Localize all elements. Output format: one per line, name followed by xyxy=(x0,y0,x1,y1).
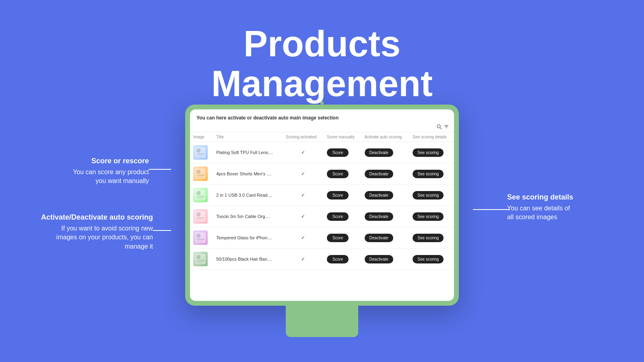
product-title: 50/100pcs Black Hair Ban.... xyxy=(213,249,283,270)
search-filter-icons[interactable] xyxy=(436,124,449,130)
table-row: 2 in 1 USB 3.0 Card Read....✓ScoreDeacti… xyxy=(190,185,454,206)
product-thumbnail xyxy=(193,252,208,266)
product-title: 2 in 1 USB 3.0 Card Read.... xyxy=(213,185,283,206)
col-image: Image xyxy=(190,132,213,142)
product-image-cell xyxy=(190,227,213,249)
score-manually-cell[interactable]: Score xyxy=(324,142,361,163)
product-image-cell xyxy=(190,163,213,185)
table-row: Tempered Glass for iPhon....✓ScoreDeacti… xyxy=(190,227,454,249)
monitor-stand xyxy=(286,305,358,337)
svg-rect-20 xyxy=(196,220,202,220)
deactivate-button[interactable]: Deactivate xyxy=(365,212,393,221)
deactivate-button[interactable]: Deactivate xyxy=(365,255,393,263)
see-scoring-cell[interactable]: See scoring xyxy=(409,163,454,185)
deactivate-button[interactable]: Deactivate xyxy=(365,191,393,200)
annotation-body-1: You can score any productyou want manual… xyxy=(24,168,149,186)
see-scoring-button[interactable]: See scoring xyxy=(413,170,444,178)
product-image-cell xyxy=(190,249,213,270)
connector-line-2 xyxy=(153,230,171,231)
annotation-title-3: See scoring details xyxy=(507,193,620,202)
annotation-activate-deactivate: Activate/Deactivate auto scoring If you … xyxy=(8,213,153,251)
score-button[interactable]: Score xyxy=(327,148,349,157)
see-scoring-button[interactable]: See scoring xyxy=(413,148,444,157)
svg-rect-7 xyxy=(196,153,204,155)
score-manually-cell[interactable]: Score xyxy=(324,185,361,206)
deactivate-button[interactable]: Deactivate xyxy=(365,234,393,242)
score-manually-cell[interactable]: Score xyxy=(324,206,361,227)
monitor-dot xyxy=(320,101,324,105)
see-scoring-cell[interactable]: See scoring xyxy=(409,142,454,163)
see-scoring-button[interactable]: See scoring xyxy=(413,212,444,221)
deactivate-cell[interactable]: Deactivate xyxy=(361,142,410,163)
col-title: Title xyxy=(213,132,283,142)
deactivate-cell[interactable]: Deactivate xyxy=(361,206,410,227)
deactivate-button[interactable]: Deactivate xyxy=(365,170,393,178)
score-manually-cell[interactable]: Score xyxy=(324,163,361,185)
annotation-score-rescore: Score or rescore You can score any produ… xyxy=(24,157,149,186)
search-row xyxy=(190,124,454,132)
score-button[interactable]: Score xyxy=(327,191,349,200)
product-title: 4pcs Boxer Shorts Men's .... xyxy=(213,163,283,185)
deactivate-cell[interactable]: Deactivate xyxy=(361,249,410,270)
check-icon: ✓ xyxy=(301,256,305,262)
scoring-activated-cell: ✓ xyxy=(283,206,324,227)
svg-rect-26 xyxy=(196,255,200,259)
see-scoring-cell[interactable]: See scoring xyxy=(409,227,454,249)
table-row: 50/100pcs Black Hair Ban....✓ScoreDeacti… xyxy=(190,249,454,270)
deactivate-cell[interactable]: Deactivate xyxy=(361,227,410,249)
col-activate-auto: Activate auto scoring xyxy=(361,132,410,142)
see-scoring-button[interactable]: See scoring xyxy=(413,234,444,242)
score-button[interactable]: Score xyxy=(327,255,349,263)
svg-rect-12 xyxy=(196,177,202,178)
score-button[interactable]: Score xyxy=(327,212,349,221)
annotation-see-scoring: See scoring details You can see details … xyxy=(507,193,620,222)
svg-rect-28 xyxy=(196,262,202,263)
see-scoring-cell[interactable]: See scoring xyxy=(409,185,454,206)
col-scoring-activated: Scoring activated xyxy=(283,132,324,142)
see-scoring-button[interactable]: See scoring xyxy=(413,191,444,200)
monitor-frame: You can here activate or deactivate auto… xyxy=(185,105,459,306)
score-button[interactable]: Score xyxy=(327,234,349,242)
annotation-body-2: If you want to avoid scoring newimages o… xyxy=(8,224,153,251)
svg-rect-16 xyxy=(196,198,202,199)
product-image-cell xyxy=(190,206,213,227)
svg-rect-11 xyxy=(196,175,204,176)
scoring-activated-cell: ✓ xyxy=(283,227,324,249)
svg-rect-8 xyxy=(196,156,202,156)
deactivate-cell[interactable]: Deactivate xyxy=(361,163,410,185)
see-scoring-button[interactable]: See scoring xyxy=(413,255,444,263)
filter-icon xyxy=(444,124,449,130)
product-thumbnail xyxy=(193,209,208,224)
product-thumbnail xyxy=(193,188,208,202)
table-row: Toocki 3m 5m Cable Org....✓ScoreDeactiva… xyxy=(190,206,454,227)
col-score-manually: Score manually xyxy=(324,132,361,142)
see-scoring-cell[interactable]: See scoring xyxy=(409,249,454,270)
search-icon xyxy=(436,124,442,130)
products-table: Image Title Scoring activated Score manu… xyxy=(190,132,454,270)
product-thumbnail xyxy=(193,167,208,181)
svg-point-0 xyxy=(437,125,440,128)
scoring-activated-cell: ✓ xyxy=(283,142,324,163)
see-scoring-cell[interactable]: See scoring xyxy=(409,206,454,227)
scoring-activated-cell: ✓ xyxy=(283,163,324,185)
check-icon: ✓ xyxy=(301,192,305,198)
score-manually-cell[interactable]: Score xyxy=(324,249,361,270)
svg-rect-19 xyxy=(196,217,204,219)
svg-rect-6 xyxy=(196,148,200,152)
title-line2: Management xyxy=(0,64,644,104)
svg-rect-24 xyxy=(196,241,202,242)
score-manually-cell[interactable]: Score xyxy=(324,227,361,249)
deactivate-cell[interactable]: Deactivate xyxy=(361,185,410,206)
check-icon: ✓ xyxy=(301,214,305,219)
product-image-cell xyxy=(190,142,213,163)
table-header-text: You can here activate or deactivate auto… xyxy=(190,109,454,124)
monitor-screen: You can here activate or deactivate auto… xyxy=(190,109,454,301)
score-button[interactable]: Score xyxy=(327,170,349,178)
svg-rect-18 xyxy=(196,212,200,216)
product-thumbnail xyxy=(193,230,208,245)
product-title: Toocki 3m 5m Cable Org.... xyxy=(213,206,283,227)
deactivate-button[interactable]: Deactivate xyxy=(365,148,393,157)
scoring-activated-cell: ✓ xyxy=(283,185,324,206)
product-image-cell xyxy=(190,185,213,206)
product-title: Tempered Glass for iPhon.... xyxy=(213,227,283,249)
